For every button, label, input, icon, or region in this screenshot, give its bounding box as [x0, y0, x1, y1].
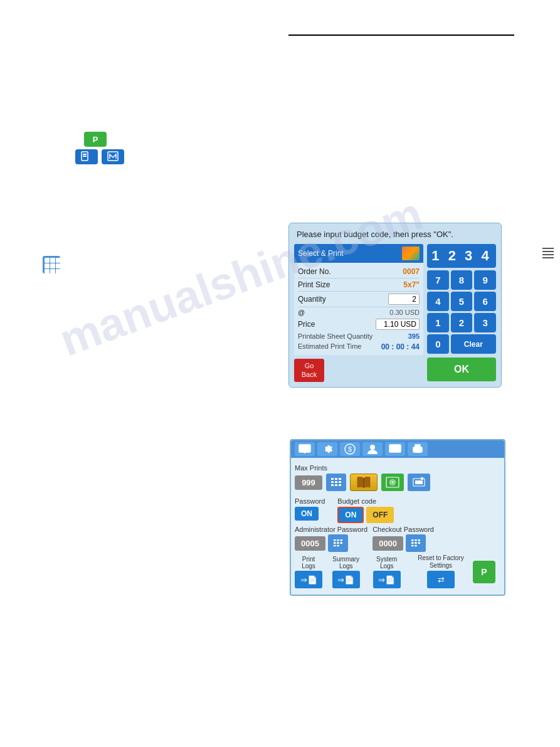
budget-code-toggle-row: ON OFF [337, 507, 394, 523]
print-logs-btn[interactable]: ⇒📄 [295, 571, 322, 588]
admin-password-group: Administrator Password 0005 [295, 526, 367, 552]
numpad-clear[interactable]: Clear [451, 334, 496, 354]
fax-icon-btn[interactable] [408, 474, 430, 491]
summary-logs-label: Summary Logs [326, 556, 366, 570]
print-size-value: 5x7" [403, 280, 420, 289]
at-label: @ [298, 309, 305, 316]
svg-rect-44 [418, 542, 421, 544]
printable-sheet-label: Printable Sheet Quantity [298, 332, 372, 340]
settings-tab-person[interactable] [362, 442, 383, 456]
svg-rect-19 [335, 481, 337, 483]
svg-rect-35 [337, 542, 339, 544]
numpad-ok[interactable]: OK [427, 358, 496, 381]
svg-rect-40 [415, 539, 417, 541]
arrow-doc-icon3: ⇒📄 [378, 575, 395, 585]
system-logs-btn[interactable]: ⇒📄 [373, 571, 401, 588]
gold-icon-btn[interactable] [350, 474, 378, 491]
grid-cell [50, 269, 55, 274]
svg-rect-21 [331, 484, 334, 486]
top-rule [288, 34, 514, 36]
budget-dialog-title: Please input budget code, then press "OK… [294, 228, 496, 240]
svg-rect-34 [334, 542, 336, 544]
sidebar-line [542, 254, 554, 255]
budget-code-label: Budget code [337, 497, 394, 505]
budget-code-off-btn[interactable]: OFF [366, 507, 394, 523]
svg-rect-33 [340, 539, 342, 541]
logs-row: Print Logs ⇒📄 Summary Logs ⇒📄 System Log… [295, 554, 500, 588]
go-back-button[interactable]: Go Back [294, 359, 324, 382]
svg-text:P: P [481, 567, 487, 577]
printable-sheet-row: Printable Sheet Quantity 395 [298, 331, 420, 341]
sidebar-line [542, 251, 554, 252]
numpad-6[interactable]: 6 [474, 292, 496, 311]
book-icon [355, 475, 372, 489]
admin-password-controls: 0005 [295, 534, 367, 552]
password-toggle-row: ON [295, 507, 325, 521]
quantity-input[interactable] [388, 294, 420, 305]
numpad-0[interactable]: 0 [427, 334, 449, 354]
admin-checkout-row: Administrator Password 0005 Checkout Pas… [295, 526, 500, 552]
top-icon-group: P [75, 132, 124, 164]
admin-keypad-btn[interactable] [328, 534, 348, 552]
at-value: 0.30 USD [389, 309, 420, 316]
estimated-time-row: Estimated Print Time 00 : 00 : 44 [298, 341, 420, 352]
svg-rect-41 [418, 539, 421, 541]
grid-cell [56, 263, 61, 268]
reset-factory-group: Reset to Factory Settings ⇄ [408, 554, 474, 588]
numpad-4[interactable]: 4 [427, 292, 449, 311]
numpad-9[interactable]: 9 [474, 270, 496, 290]
checkout-password-group: Checkout Password 0000 [372, 526, 434, 552]
password-on-btn[interactable]: ON [295, 507, 319, 521]
blue-b-button[interactable] [75, 149, 98, 164]
keypad-icon [330, 477, 342, 487]
budget-panel-header: Select & Print [294, 244, 423, 263]
settings-tab-monitor[interactable] [295, 442, 315, 456]
svg-rect-18 [331, 481, 334, 483]
settings-tab-gear[interactable] [317, 442, 337, 456]
numpad-panel: 1 2 3 4 7 8 9 4 5 6 1 2 3 0 Clear OK [427, 244, 496, 382]
sidebar-lines [542, 248, 554, 258]
numpad-1[interactable]: 1 [427, 313, 449, 332]
grid-cell [56, 258, 61, 263]
svg-rect-39 [411, 539, 414, 541]
blue-m-button[interactable] [102, 149, 124, 164]
checkout-keypad-btn[interactable] [406, 534, 426, 552]
numpad-7[interactable]: 7 [427, 270, 449, 290]
settings-tab-printer[interactable] [408, 442, 428, 456]
max-prints-keypad-btn[interactable] [326, 474, 346, 491]
thumbnail-image [402, 246, 420, 260]
grid-cell [56, 269, 61, 274]
green-p-button[interactable]: P [84, 132, 107, 147]
order-no-row: Order No. 0007 [298, 265, 420, 278]
svg-rect-22 [335, 484, 337, 486]
print-logs-label: Print Logs [295, 556, 322, 570]
grid-icon-area [43, 256, 60, 273]
numpad-grid: 7 8 9 4 5 6 1 2 3 0 Clear [427, 270, 496, 354]
svg-point-27 [391, 481, 394, 484]
numpad-8[interactable]: 8 [451, 270, 473, 290]
numpad-2[interactable]: 2 [451, 313, 473, 332]
reset-factory-btn[interactable]: ⇄ [427, 571, 455, 588]
svg-rect-29 [415, 480, 423, 484]
checkout-password-label: Checkout Password [372, 526, 434, 533]
password-label: Password [295, 497, 325, 505]
settings-tab-screen[interactable] [385, 442, 405, 456]
price-input[interactable] [376, 319, 420, 330]
svg-rect-42 [411, 542, 414, 544]
budget-code-on-btn[interactable]: ON [337, 507, 364, 523]
order-no-value: 0007 [403, 267, 420, 276]
checkout-password-value: 0000 [372, 536, 403, 551]
photo-icon-btn[interactable] [381, 474, 404, 491]
numpad-5[interactable]: 5 [451, 292, 473, 311]
numpad-3[interactable]: 3 [474, 313, 496, 332]
summary-logs-btn[interactable]: ⇒📄 [332, 571, 360, 588]
summary-logs-group: Summary Logs ⇒📄 [326, 556, 366, 588]
print-size-label: Print Size [298, 280, 330, 289]
grid-cell [45, 269, 50, 274]
keypad-icon-small2 [411, 539, 421, 548]
arrow-doc-icon: ⇒📄 [300, 575, 317, 585]
settings-back-btn[interactable]: P [473, 561, 495, 583]
settings-tab-dollar[interactable]: $ [340, 442, 360, 456]
svg-rect-1 [83, 154, 87, 155]
password-budget-row: Password ON Budget code ON OFF [295, 497, 500, 523]
